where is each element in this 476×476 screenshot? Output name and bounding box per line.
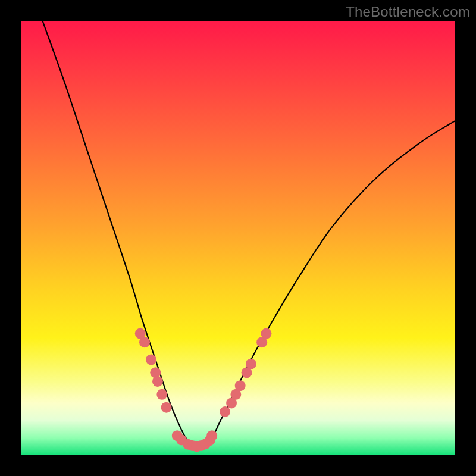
data-points <box>135 328 272 452</box>
data-point <box>246 359 256 369</box>
data-point <box>220 406 230 417</box>
watermark-text: TheBottleneck.com <box>346 4 470 20</box>
chart-overlay <box>21 21 455 455</box>
data-point <box>261 328 271 339</box>
data-point <box>161 402 172 413</box>
data-point <box>156 389 167 400</box>
data-point <box>152 376 163 387</box>
chart-frame: TheBottleneck.com <box>0 0 476 476</box>
data-point <box>235 380 246 391</box>
data-point <box>146 354 156 365</box>
data-point <box>139 337 150 347</box>
bottleneck-curve <box>43 21 456 447</box>
data-point <box>206 430 217 441</box>
